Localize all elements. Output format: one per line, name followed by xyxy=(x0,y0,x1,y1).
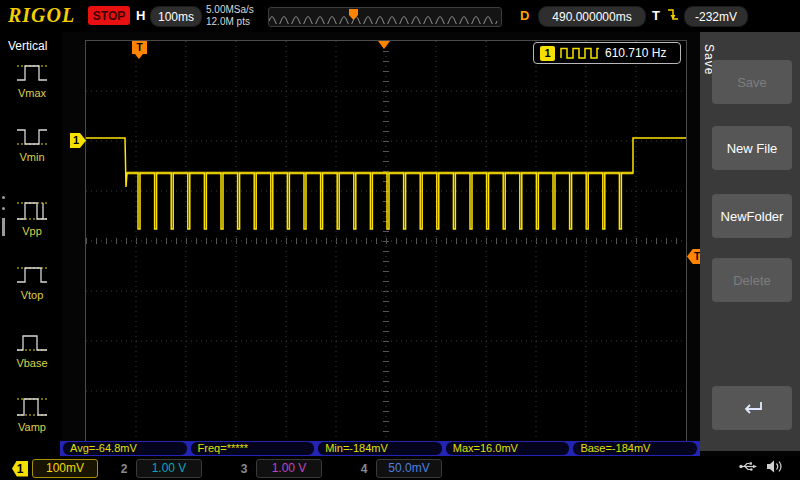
sidebar-item-label: Vbase xyxy=(6,357,58,369)
trigger-time-marker[interactable]: T xyxy=(132,41,147,54)
memory-depth: 12.0M pts xyxy=(206,16,254,28)
channel3-scale[interactable]: 1.00 V xyxy=(256,459,322,478)
back-button[interactable] xyxy=(712,386,792,430)
sidebar-item-vmax[interactable]: Vmax xyxy=(6,60,58,99)
channel-status-bar: 1 100mV 2 1.00 V 3 1.00 V 4 50.0mV xyxy=(0,456,800,480)
measurement-max: Max=16.0mV xyxy=(446,442,570,455)
measure-sidebar: Vertical Vmax Vmin Vpp Vtop xyxy=(0,32,62,456)
channel4-tag: 4 xyxy=(356,461,372,477)
sidebar-title: Vertical xyxy=(8,39,47,53)
delete-button[interactable]: Delete xyxy=(712,258,792,302)
delay-label: D xyxy=(520,8,529,23)
frequency-counter: 1 610.710 Hz xyxy=(533,42,681,64)
channel3-tag: 3 xyxy=(236,461,252,477)
channel4-scale[interactable]: 50.0mV xyxy=(376,459,442,478)
measurement-min: Min=-184mV xyxy=(318,442,442,455)
waveform-display xyxy=(85,40,687,442)
measurement-bar: Avg=-64.8mV Freq=***** Min=-184mV Max=16… xyxy=(60,441,700,456)
timebase-value[interactable]: 100ms xyxy=(150,6,202,27)
new-file-button[interactable]: New File xyxy=(712,126,792,170)
menu-page-indicator xyxy=(1,196,6,236)
sidebar-item-vtop[interactable]: Vtop xyxy=(6,262,58,301)
pulse-train-icon xyxy=(560,47,600,59)
measurement-base: Base=-184mV xyxy=(573,442,697,455)
trigger-level-value[interactable]: -232mV xyxy=(684,6,748,27)
sidebar-item-label: Vmax xyxy=(6,87,58,99)
vmax-icon xyxy=(15,60,49,86)
speaker-icon xyxy=(766,459,783,474)
top-status-bar: RIGOL STOP H 100ms 5.00MSa/s 12.0M pts D… xyxy=(0,0,800,32)
channel2-scale[interactable]: 1.00 V xyxy=(136,459,202,478)
save-button[interactable]: Save xyxy=(712,60,792,104)
return-arrow-icon xyxy=(739,399,765,417)
sidebar-item-label: Vamp xyxy=(6,421,58,433)
save-menu-panel: Save Save New File NewFolder Delete xyxy=(700,32,800,451)
falling-edge-icon xyxy=(666,7,680,28)
sidebar-item-vbase[interactable]: Vbase xyxy=(6,330,58,369)
vamp-icon xyxy=(15,394,49,420)
vbase-icon xyxy=(15,330,49,356)
sidebar-item-vamp[interactable]: Vamp xyxy=(6,394,58,433)
overview-wave-icon xyxy=(269,8,499,24)
delay-value[interactable]: 490.000000ms xyxy=(538,6,646,27)
sidebar-item-vmin[interactable]: Vmin xyxy=(6,124,58,163)
channel4-indicator[interactable]: 4 50.0mV xyxy=(356,459,442,478)
trigger-label: T xyxy=(652,8,660,23)
sidebar-item-label: Vpp xyxy=(6,225,58,237)
channel2-tag: 2 xyxy=(116,461,132,477)
measurement-freq: Freq=***** xyxy=(191,442,315,455)
channel2-indicator[interactable]: 2 1.00 V xyxy=(116,459,202,478)
sample-rate: 5.00MSa/s xyxy=(206,4,254,16)
measurement-avg: Avg=-64.8mV xyxy=(63,442,187,455)
run-state-badge[interactable]: STOP xyxy=(88,6,130,25)
vtop-icon xyxy=(15,262,49,288)
channel1-indicator[interactable]: 1 100mV xyxy=(12,459,98,478)
sidebar-item-vpp[interactable]: Vpp xyxy=(6,198,58,237)
channel1-level-marker[interactable]: 1 xyxy=(70,133,86,148)
frequency-counter-channel-badge: 1 xyxy=(540,46,555,61)
vmin-icon xyxy=(15,124,49,150)
usb-icon xyxy=(738,460,758,473)
acquisition-info: 5.00MSa/s 12.0M pts xyxy=(206,4,254,28)
sidebar-item-label: Vmin xyxy=(6,151,58,163)
frequency-counter-value: 610.710 Hz xyxy=(605,46,666,60)
channel1-scale[interactable]: 100mV xyxy=(32,459,98,478)
horizontal-label: H xyxy=(136,8,145,23)
brand-logo: RIGOL xyxy=(8,4,75,27)
graticule xyxy=(86,41,686,441)
new-folder-button[interactable]: NewFolder xyxy=(712,194,792,238)
sidebar-item-label: Vtop xyxy=(6,289,58,301)
timebase-overview-strip[interactable] xyxy=(268,7,502,27)
trigger-position-icon xyxy=(378,41,390,49)
vpp-icon xyxy=(15,198,49,224)
oscilloscope-screen: RIGOL STOP H 100ms 5.00MSa/s 12.0M pts D… xyxy=(0,0,800,480)
status-icons xyxy=(738,459,783,474)
channel1-tag: 1 xyxy=(12,461,28,477)
channel3-indicator[interactable]: 3 1.00 V xyxy=(236,459,322,478)
